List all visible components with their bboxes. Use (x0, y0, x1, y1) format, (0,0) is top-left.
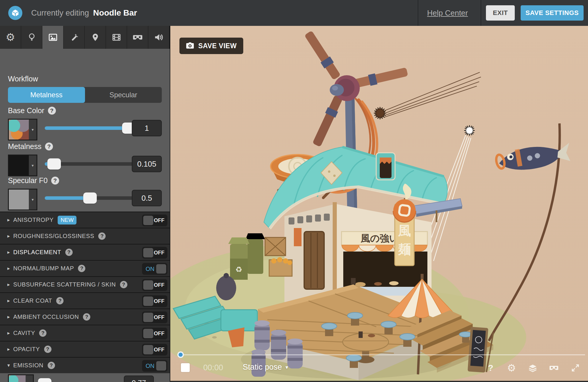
chevron-right-icon: ▸ (7, 314, 13, 320)
metalness-slider[interactable] (45, 162, 135, 166)
chevron-down-icon[interactable]: ▾ (29, 155, 36, 175)
section-cavity[interactable]: ▸ CAVITY ? OFF (0, 325, 170, 341)
section-emission-expanded[interactable]: ▾ EMISSION ? ON (0, 357, 170, 373)
stop-button[interactable] (181, 363, 190, 372)
section-opacity[interactable]: ▸ OPACITY ? OFF (0, 341, 170, 357)
slider-knob[interactable] (83, 192, 97, 204)
chevron-down-icon: ▾ (7, 362, 13, 368)
help-icon[interactable]: ? (44, 346, 51, 353)
normal-bump-toggle[interactable]: ON (142, 263, 167, 275)
specular-f0-row: ▾ 0.5 (8, 188, 162, 212)
exit-button[interactable]: EXIT (486, 5, 515, 21)
section-label: DISPLACEMENT (13, 249, 61, 256)
save-settings-button[interactable]: SAVE SETTINGS (521, 5, 584, 21)
section-ambient-occlusion[interactable]: ▸ AMBIENT OCCLUSION ? OFF (0, 309, 170, 325)
section-normal-bump-map[interactable]: ▸ NORMAL/BUMP MAP ? ON (0, 260, 170, 276)
help-icon[interactable]: ? (48, 362, 55, 369)
help-icon[interactable]: ? (98, 232, 106, 240)
dark-sun-light-gizmo[interactable] (374, 107, 386, 119)
help-icon[interactable]: ? (45, 143, 53, 150)
layers-icon[interactable] (526, 363, 539, 373)
displacement-toggle[interactable]: OFF (142, 247, 167, 259)
metalness-swatch[interactable]: ▾ (8, 155, 37, 176)
texture-thumbnail (9, 120, 29, 140)
section-displacement[interactable]: ▸ DISPLACEMENT ? OFF (0, 244, 170, 260)
image-icon (48, 32, 58, 42)
tab-animation[interactable] (106, 26, 127, 49)
specular-f0-slider[interactable] (45, 196, 135, 200)
tab-post-processing[interactable] (64, 26, 84, 49)
section-label: ROUGHNESS/GLOSSINESS (13, 233, 94, 239)
vr-goggles-icon[interactable] (547, 363, 560, 373)
help-icon[interactable]: ? (65, 249, 73, 256)
base-color-texture-swatch[interactable]: ▾ (8, 119, 37, 140)
tab-vr[interactable] (127, 26, 148, 49)
sketchfab-3d-settings-editor: Currently editing Noodle Bar Help Center… (0, 0, 588, 382)
cavity-toggle[interactable]: OFF (142, 328, 167, 339)
section-subsurface-scattering[interactable]: ▸ SUBSURFACE SCATTERING / SKIN ? OFF (0, 276, 170, 292)
gear-icon[interactable]: ⚙ (505, 363, 518, 373)
section-anisotropy[interactable]: ▸ ANISOTROPY NEW OFF (0, 212, 170, 228)
chevron-right-icon: ▸ (7, 249, 13, 255)
tab-lighting[interactable] (21, 26, 42, 49)
chevron-down-icon[interactable]: ▾ (29, 190, 36, 210)
metalness-value[interactable]: 0.105 (132, 156, 162, 172)
base-color-value[interactable]: 1 (132, 120, 162, 136)
workflow-toggle: Metalness Specular (8, 87, 162, 103)
anisotropy-toggle[interactable]: OFF (142, 215, 167, 226)
chevron-down-icon[interactable]: ▾ (29, 120, 36, 140)
section-label: OPACITY (13, 346, 40, 353)
texture-thumbnail (9, 375, 26, 382)
specular-f0-swatch[interactable]: ▾ (8, 189, 37, 210)
help-icon[interactable]: ? (120, 281, 127, 288)
magic-wand-icon (69, 33, 79, 42)
tab-scene-settings[interactable]: ⚙ (0, 26, 21, 49)
emission-toggle[interactable]: ON (142, 360, 167, 372)
help-center-link[interactable]: Help Center (427, 0, 468, 26)
3d-scene[interactable]: 風の強い麺 (170, 26, 588, 382)
animation-timeline[interactable] (178, 351, 585, 358)
help-icon[interactable]: ? (48, 107, 56, 115)
workflow-specular-option[interactable]: Specular (85, 87, 162, 103)
save-view-button[interactable]: SAVE VIEW (179, 38, 243, 54)
workflow-metalness-option[interactable]: Metalness (8, 87, 85, 103)
separator (481, 0, 481, 26)
help-icon[interactable]: ? (56, 297, 64, 304)
slider-knob[interactable] (47, 158, 61, 170)
help-icon[interactable]: ? (83, 313, 90, 321)
help-icon[interactable]: ? (484, 363, 497, 373)
tab-materials-selected[interactable] (42, 26, 63, 49)
save-view-label: SAVE VIEW (198, 42, 237, 50)
ambient-occlusion-toggle[interactable]: OFF (142, 311, 167, 323)
chevron-down-icon[interactable]: ▾ (26, 375, 33, 382)
help-icon[interactable]: ? (39, 329, 46, 337)
tab-annotations[interactable] (85, 26, 106, 49)
chevron-right-icon: ▸ (7, 217, 13, 223)
white-sun-light-gizmo[interactable] (464, 125, 475, 136)
fullscreen-icon[interactable] (569, 363, 582, 373)
3d-viewport[interactable]: 風の強い麺 (170, 26, 588, 382)
help-icon[interactable]: ? (51, 177, 59, 185)
specular-f0-value[interactable]: 0.5 (132, 190, 162, 206)
color-swatch (9, 155, 29, 175)
section-roughness-glossiness[interactable]: ▸ ROUGHNESS/GLOSSINESS ? (0, 228, 170, 244)
subsurface-toggle[interactable]: OFF (142, 279, 167, 291)
sketchfab-logo-icon[interactable] (8, 6, 22, 20)
emission-value[interactable]: 0.77 (124, 376, 154, 382)
playhead-handle[interactable] (177, 351, 184, 358)
emission-texture-swatch[interactable]: ▾ (8, 374, 34, 382)
opacity-toggle[interactable]: OFF (142, 344, 167, 356)
chevron-right-icon: ▸ (7, 233, 13, 239)
tab-sound[interactable] (148, 26, 169, 49)
slider-knob[interactable] (38, 378, 51, 382)
clear-coat-toggle[interactable]: OFF (142, 295, 167, 307)
section-label: ANISOTROPY (13, 217, 54, 223)
timeline-track[interactable] (178, 354, 585, 355)
pose-selector-dropdown[interactable]: Static pose ▾ (243, 363, 288, 372)
section-clear-coat[interactable]: ▸ CLEAR COAT ? OFF (0, 292, 170, 309)
help-icon[interactable]: ? (78, 265, 85, 272)
lightbulb-icon (27, 33, 36, 42)
section-label: SUBSURFACE SCATTERING / SKIN (13, 281, 116, 288)
section-label: EMISSION (13, 362, 44, 369)
base-color-slider[interactable] (45, 126, 135, 130)
